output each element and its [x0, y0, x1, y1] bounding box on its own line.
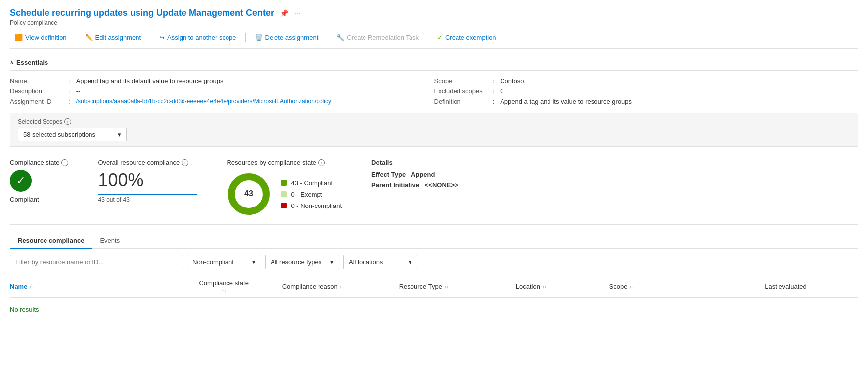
create-exemption-button[interactable]: ✓ Create exemption — [432, 31, 501, 43]
assign-scope-icon: ↪ — [159, 34, 165, 41]
compliance-state-widget: Compliance state i ✓ Compliant — [10, 159, 68, 203]
essentials-assignment-id-row: Assignment ID : /subscriptions/aaaa0a0a-… — [10, 96, 434, 107]
compliance-filter-dropdown[interactable]: Non-compliant ▾ — [187, 255, 261, 269]
overall-compliance-out-of: 43 out of 43 — [98, 196, 197, 203]
progress-bar-container — [98, 194, 197, 195]
no-results-message: No results — [10, 298, 858, 321]
create-remediation-task-button[interactable]: 🔧 Create Remediation Task — [331, 31, 424, 43]
essentials-definition-row: Definition : Append a tag and its value … — [434, 96, 859, 107]
filter-row: Non-compliant ▾ All resource types ▾ All… — [10, 249, 858, 275]
scopes-info-icon[interactable]: i — [64, 118, 71, 125]
col-compliance-state[interactable]: Compliance state ↑↓ — [166, 279, 282, 293]
pin-icon[interactable]: 📌 — [280, 9, 288, 17]
resources-by-state-label: Resources by compliance state — [227, 159, 316, 166]
col-location[interactable]: Location ↑↓ — [516, 283, 609, 290]
scopes-label: Selected Scopes i — [18, 118, 850, 125]
scopes-dropdown-value: 58 selected subscriptions — [23, 131, 95, 138]
view-definition-button[interactable]: 🟧 View definition — [10, 31, 72, 43]
edit-assignment-icon: ✏️ — [85, 34, 93, 41]
progress-bar-fill — [98, 194, 197, 195]
sort-scope-icon: ↑↓ — [629, 284, 634, 289]
compliance-state-label: Compliance state — [10, 159, 59, 166]
tab-resource-compliance[interactable]: Resource compliance — [10, 233, 92, 249]
col-last-evaluated[interactable]: Last evaluated — [765, 283, 858, 290]
compliant-check-icon: ✓ — [10, 170, 32, 192]
edit-assignment-button[interactable]: ✏️ Edit assignment — [80, 31, 146, 43]
delete-icon: 🗑️ — [255, 34, 263, 41]
svg-text:43: 43 — [245, 189, 254, 198]
legend-noncompliant: 0 - Non-compliant — [281, 202, 342, 209]
details-section: Details Effect Type Append Parent Initia… — [371, 159, 458, 189]
chart-legend: 43 - Compliant 0 - Exempt 0 - Non-compli… — [281, 179, 342, 209]
essentials-scope-row: Scope : Contoso — [434, 76, 859, 86]
essentials-section: ∧ Essentials Name : Append tag and its d… — [10, 49, 858, 113]
compliant-dot — [281, 180, 287, 186]
toolbar-separator-4 — [327, 33, 327, 42]
compliance-state-info-icon[interactable]: i — [61, 159, 68, 166]
col-compliance-reason[interactable]: Compliance reason ↑↓ — [282, 283, 399, 290]
page-title: Schedule recurring updates using Update … — [10, 8, 274, 18]
delete-assignment-button[interactable]: 🗑️ Delete assignment — [250, 31, 323, 43]
essentials-name-value: Append tag and its default value to reso… — [76, 77, 224, 84]
sort-resource-type-icon: ↑↓ — [444, 284, 449, 289]
essentials-assignment-id-value[interactable]: /subscriptions/aaaa0a0a-bb1b-cc2c-dd3d-e… — [76, 98, 331, 105]
tab-events[interactable]: Events — [92, 233, 128, 249]
donut-area: 43 43 - Compliant 0 - Exempt 0 - Non-com… — [227, 172, 342, 216]
essentials-excluded-scopes-row: Excluded scopes : 0 — [434, 86, 859, 96]
sort-location-icon: ↑↓ — [542, 284, 547, 289]
essentials-description-row: Description : -- — [10, 86, 434, 96]
overall-compliance-widget: Overall resource compliance i 100% 43 ou… — [98, 159, 197, 203]
location-filter-chevron: ▾ — [409, 258, 412, 266]
sort-compliance-state-icon: ↑↓ — [222, 289, 226, 293]
legend-compliant: 43 - Compliant — [281, 179, 342, 187]
essentials-excluded-scopes-value: 0 — [500, 87, 503, 95]
toolbar: 🟧 View definition ✏️ Edit assignment ↪ A… — [10, 26, 858, 49]
page-subtitle: Policy compliance — [10, 19, 858, 26]
overall-compliance-label: Overall resource compliance — [98, 159, 180, 166]
resources-by-state-info-icon[interactable]: i — [318, 159, 325, 166]
assign-to-another-scope-button[interactable]: ↪ Assign to another scope — [154, 31, 241, 43]
location-filter-dropdown[interactable]: All locations ▾ — [343, 255, 417, 269]
toolbar-separator-2 — [150, 33, 150, 42]
remediation-icon: 🔧 — [336, 34, 344, 41]
col-name[interactable]: Name ↑↓ — [10, 283, 166, 290]
toolbar-separator-3 — [245, 33, 246, 42]
resource-type-filter-chevron: ▾ — [330, 258, 334, 266]
resource-type-filter-dropdown[interactable]: All resource types ▾ — [265, 255, 339, 269]
details-parent-initiative: Parent Initiative <<NONE>> — [371, 181, 458, 189]
exemption-icon: ✓ — [437, 34, 443, 41]
sort-compliance-reason-icon: ↑↓ — [340, 284, 344, 289]
details-effect-type: Effect Type Append — [371, 171, 458, 178]
compliance-filter-chevron: ▾ — [252, 258, 256, 266]
col-scope[interactable]: Scope ↑↓ — [609, 283, 765, 290]
donut-chart: 43 — [227, 172, 271, 216]
essentials-chevron[interactable]: ∧ — [10, 60, 13, 65]
search-input[interactable] — [10, 255, 183, 269]
compliance-section: Compliance state i ✓ Compliant Overall r… — [10, 147, 858, 225]
view-definition-icon: 🟧 — [15, 34, 23, 41]
essentials-scope-value: Contoso — [500, 77, 524, 84]
tabs-row: Resource compliance Events — [10, 233, 858, 249]
details-title: Details — [371, 159, 458, 166]
essentials-description-value: -- — [76, 87, 81, 95]
essentials-name-row: Name : Append tag and its default value … — [10, 76, 434, 86]
col-resource-type[interactable]: Resource Type ↑↓ — [399, 283, 516, 290]
overall-compliance-percent: 100% — [98, 170, 197, 191]
noncompliant-dot — [281, 203, 287, 208]
essentials-definition-value: Append a tag and its value to resource g… — [500, 98, 632, 105]
overall-compliance-info-icon[interactable]: i — [182, 159, 188, 166]
exempt-dot — [281, 191, 287, 197]
toolbar-separator-5 — [428, 33, 428, 42]
table-header: Name ↑↓ Compliance state ↑↓ Compliance r… — [10, 275, 858, 298]
selected-scopes-bar: Selected Scopes i 58 selected subscripti… — [10, 113, 858, 147]
toolbar-separator — [76, 33, 76, 42]
legend-exempt: 0 - Exempt — [281, 191, 342, 198]
scopes-dropdown[interactable]: 58 selected subscriptions ▾ — [18, 128, 127, 141]
sort-name-icon: ↑↓ — [29, 284, 34, 289]
scopes-dropdown-chevron: ▾ — [118, 131, 121, 138]
resources-by-state-widget: Resources by compliance state i 43 43 - … — [227, 159, 342, 216]
essentials-header: ∧ Essentials — [10, 55, 858, 71]
essentials-label: Essentials — [16, 59, 48, 66]
more-options-icon[interactable]: ··· — [294, 9, 300, 17]
compliance-state-value: Compliant — [10, 196, 39, 203]
